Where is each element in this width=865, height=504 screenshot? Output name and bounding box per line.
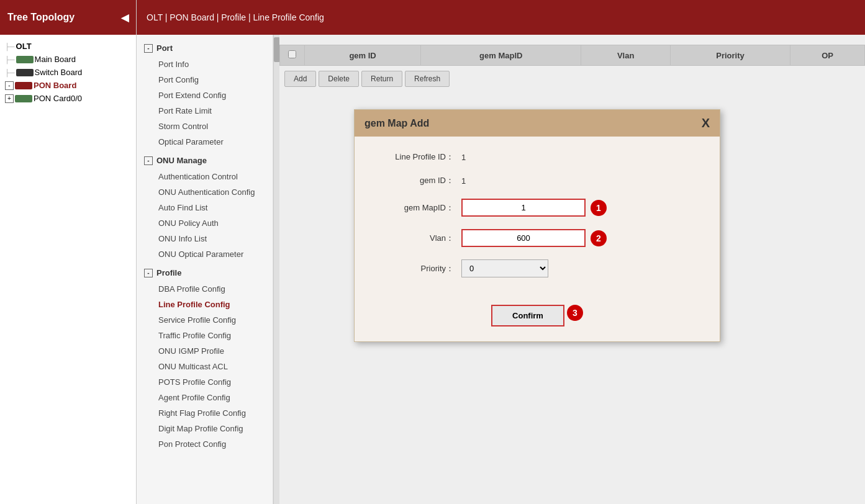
port-section-title[interactable]: - Port (137, 40, 273, 56)
onu-section-label: ONU Manage (156, 156, 207, 165)
nav-item-pots-profile[interactable]: POTS Profile Config (137, 374, 273, 390)
switch-board-label: Switch Board (35, 68, 83, 77)
modal-title: gem Map Add (365, 118, 429, 129)
priority-label: Priority： (374, 263, 461, 274)
nav-item-port-config[interactable]: Port Config (137, 72, 273, 88)
sb-line: ├─ (5, 69, 15, 76)
nav-item-service-profile[interactable]: Service Profile Config (137, 312, 273, 328)
sidebar-collapse-icon[interactable]: ◀ (121, 12, 129, 24)
main-board-icon (16, 56, 34, 63)
pon-card-expand-icon[interactable]: + (5, 94, 14, 103)
mb-line: ├─ (5, 56, 15, 63)
nav-item-storm-control[interactable]: Storm Control (137, 119, 273, 134)
nav-section-onu: - ONU Manage Authentication Control ONU … (137, 152, 273, 262)
nav-section-port: - Port Port Info Port Config Port Extend… (137, 40, 273, 150)
modal-header: gem Map Add X (355, 110, 720, 137)
nav-section-profile: - Profile DBA Profile Config Line Profil… (137, 264, 273, 452)
step-badge-2: 2 (591, 230, 607, 246)
nav-item-traffic-profile[interactable]: Traffic Profile Config (137, 328, 273, 343)
step-badge-1: 1 (591, 200, 607, 216)
profile-expand-icon[interactable]: - (144, 269, 153, 277)
nav-item-optical-param[interactable]: Optical Parameter (137, 134, 273, 150)
nav-item-agent-profile[interactable]: Agent Profile Config (137, 390, 273, 405)
pon-card-icon (15, 95, 32, 102)
nav-item-onu-policy-auth[interactable]: ONU Policy Auth (137, 215, 273, 231)
sidebar-title: Tree Topology ◀ (0, 0, 136, 35)
gem-mapid-input[interactable] (461, 199, 586, 217)
main-panel: gem ID gem MapID Vlan Priority (279, 35, 865, 504)
modal-footer: Confirm 3 (355, 305, 720, 341)
nav-item-line-profile[interactable]: Line Profile Config (137, 297, 273, 312)
nav-item-igmp-profile[interactable]: ONU IGMP Profile (137, 343, 273, 359)
modal-row-gem-mapid: gem MapID： 1 (374, 199, 700, 217)
gem-id-label: gem ID： (374, 175, 461, 186)
breadcrumb-text: OLT | PON Board | Profile | Line Profile… (147, 12, 324, 22)
port-section-label: Port (156, 43, 173, 53)
pon-board-icon (15, 82, 32, 89)
gem-mapid-label: gem MapID： (374, 202, 461, 214)
profile-section-label: Profile (156, 268, 181, 277)
onu-expand-icon[interactable]: - (144, 156, 153, 165)
tree-node-main-board[interactable]: ├─ Main Board (2, 53, 134, 66)
nav-item-auto-find[interactable]: Auto Find List (137, 200, 273, 215)
modal-overlay: gem Map Add X Line Profile ID： 1 gem (279, 35, 865, 504)
onu-section-title[interactable]: - ONU Manage (137, 152, 273, 169)
olt-label: OLT (16, 42, 32, 51)
nav-item-right-flag[interactable]: Right Flag Profile Config (137, 405, 273, 421)
nav-item-auth-control[interactable]: Authentication Control (137, 169, 273, 184)
olt-line: ├─ (5, 43, 15, 50)
nav-item-onu-optical[interactable]: ONU Optical Parameter (137, 246, 273, 262)
modal-close-button[interactable]: X (702, 116, 710, 130)
step-badge-3: 3 (567, 305, 583, 321)
nav-item-onu-auth-config[interactable]: ONU Authentication Config (137, 184, 273, 200)
nav-item-digit-map[interactable]: Digit Map Profile Config (137, 421, 273, 436)
confirm-button[interactable]: Confirm (491, 305, 564, 326)
nav-scrollbar[interactable] (273, 35, 279, 504)
line-profile-id-value: 1 (461, 153, 466, 162)
nav-panel: - Port Port Info Port Config Port Extend… (137, 35, 273, 504)
nav-item-dba-profile[interactable]: DBA Profile Config (137, 281, 273, 297)
pon-board-label: PON Board (34, 81, 76, 90)
pon-board-expand-icon[interactable]: - (5, 81, 14, 90)
nav-item-multicast-acl[interactable]: ONU Multicast ACL (137, 359, 273, 374)
modal-row-priority: Priority： 0 1 2 3 4 5 6 7 (374, 259, 700, 277)
modal-body: Line Profile ID： 1 gem ID： 1 gem MapID： (355, 137, 720, 305)
priority-select[interactable]: 0 1 2 3 4 5 6 7 (461, 259, 548, 277)
port-expand-icon[interactable]: - (144, 44, 153, 53)
tree-node-olt[interactable]: ├─ OLT (2, 40, 134, 53)
tree-node-pon-board[interactable]: - PON Board (2, 79, 134, 92)
modal-row-line-profile-id: Line Profile ID： 1 (374, 151, 700, 163)
nav-item-port-extend[interactable]: Port Extend Config (137, 88, 273, 103)
modal-row-gem-id: gem ID： 1 (374, 175, 700, 186)
pon-card-label: PON Card0/0 (34, 94, 82, 103)
tree-node-switch-board[interactable]: ├─ Switch Board (2, 66, 134, 79)
profile-section-title[interactable]: - Profile (137, 264, 273, 281)
line-profile-id-label: Line Profile ID： (374, 151, 461, 163)
tree-content: ├─ OLT ├─ Main Board ├─ Switch Board - P… (0, 35, 136, 504)
gem-id-value: 1 (461, 176, 466, 186)
nav-item-onu-info-list[interactable]: ONU Info List (137, 231, 273, 246)
nav-item-pon-protect[interactable]: Pon Protect Config (137, 436, 273, 452)
switch-board-icon (16, 69, 34, 76)
main-board-label: Main Board (35, 55, 76, 64)
tree-node-pon-card[interactable]: + PON Card0/0 (2, 92, 134, 105)
modal-row-vlan: Vlan： 2 (374, 229, 700, 247)
nav-item-port-info[interactable]: Port Info (137, 56, 273, 72)
vlan-input[interactable] (461, 229, 586, 247)
breadcrumb: OLT | PON Board | Profile | Line Profile… (137, 0, 865, 35)
vlan-label: Vlan： (374, 233, 461, 244)
gem-map-add-modal: gem Map Add X Line Profile ID： 1 gem (354, 109, 720, 342)
sidebar-title-text: Tree Topology (7, 12, 75, 23)
nav-item-port-rate[interactable]: Port Rate Limit (137, 103, 273, 119)
